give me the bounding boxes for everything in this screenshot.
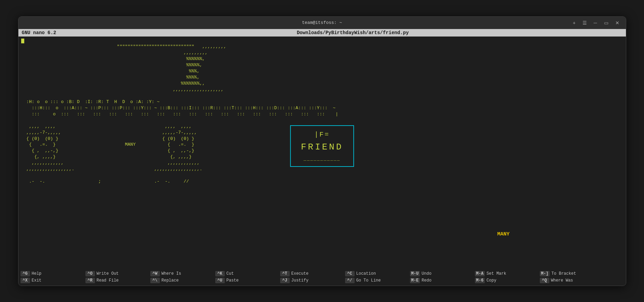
friend-box-line2: FRIEND xyxy=(301,140,343,155)
shortcut-bar: ^G Help ^O Write Out ^W Where Is ^K Cut … xyxy=(18,270,626,286)
minimize-button[interactable]: ─ xyxy=(592,19,599,26)
shortcut-justify[interactable]: ^J Justify xyxy=(280,278,342,283)
menu-button[interactable]: ☰ xyxy=(581,19,589,26)
terminal-window: team@itsfoss: ~ + ☰ ─ ▭ ✕ GNU nano 6.2 D… xyxy=(18,16,626,286)
shortcut-wherewas[interactable]: ^Q Where Was xyxy=(540,278,601,283)
friend-box-line3: ___________ xyxy=(301,156,343,163)
add-tab-button[interactable]: + xyxy=(571,19,577,26)
many-label: MANY xyxy=(497,231,509,237)
shortcut-copy[interactable]: M-6 Copy xyxy=(475,278,536,283)
titlebar-title: team@itsfoss: ~ xyxy=(302,20,342,25)
shortcut-tobracket[interactable]: M-] To Bracket xyxy=(540,271,601,276)
friend-box-line1: |F= xyxy=(301,129,343,140)
shortcut-whereis[interactable]: ^W Where Is xyxy=(150,271,212,276)
titlebar-controls: + ☰ ─ ▭ ✕ xyxy=(571,19,621,26)
shortcut-setmark[interactable]: M-A Set Mark xyxy=(475,271,536,276)
shortcut-cut[interactable]: ^K Cut xyxy=(215,271,277,276)
shortcut-redo[interactable]: M-E Redo xyxy=(410,278,471,283)
file-path: Downloads/PyBirthdayWish/arts/friend.py xyxy=(83,30,622,35)
shortcut-execute[interactable]: ^T Execute xyxy=(280,271,342,276)
shortcut-help[interactable]: ^G Help xyxy=(20,271,82,276)
friend-box: |F= FRIEND ___________ xyxy=(290,125,354,167)
shortcut-readfile[interactable]: ^R Read File xyxy=(85,278,147,283)
nano-version: GNU nano 6.2 xyxy=(22,30,83,35)
shortcut-location[interactable]: ^C Location xyxy=(345,271,407,276)
shortcut-undo[interactable]: M-U Undo xyxy=(410,271,471,276)
shortcut-writeout[interactable]: ^O Write Out xyxy=(85,271,147,276)
cursor xyxy=(21,39,24,43)
nano-header: GNU nano 6.2 Downloads/PyBirthdayWish/ar… xyxy=(18,29,626,37)
shortcut-row-1: ^G Help ^O Write Out ^W Where Is ^K Cut … xyxy=(18,271,626,277)
titlebar: team@itsfoss: ~ + ☰ ─ ▭ ✕ xyxy=(18,17,626,29)
shortcut-paste[interactable]: ^U Paste xyxy=(215,278,277,283)
shortcut-exit[interactable]: ^X Exit xyxy=(20,278,82,283)
maximize-button[interactable]: ▭ xyxy=(602,19,610,26)
shortcut-gotoline[interactable]: ^/ Go To Line xyxy=(345,278,407,283)
editor-area[interactable]: """"""""""""""""""""""""""""" ,,,,,,,,, … xyxy=(18,37,626,270)
shortcut-row-2: ^X Exit ^R Read File ^\ Replace ^U Paste… xyxy=(18,277,626,284)
close-button[interactable]: ✕ xyxy=(614,19,621,26)
shortcut-replace[interactable]: ^\ Replace xyxy=(150,278,212,283)
